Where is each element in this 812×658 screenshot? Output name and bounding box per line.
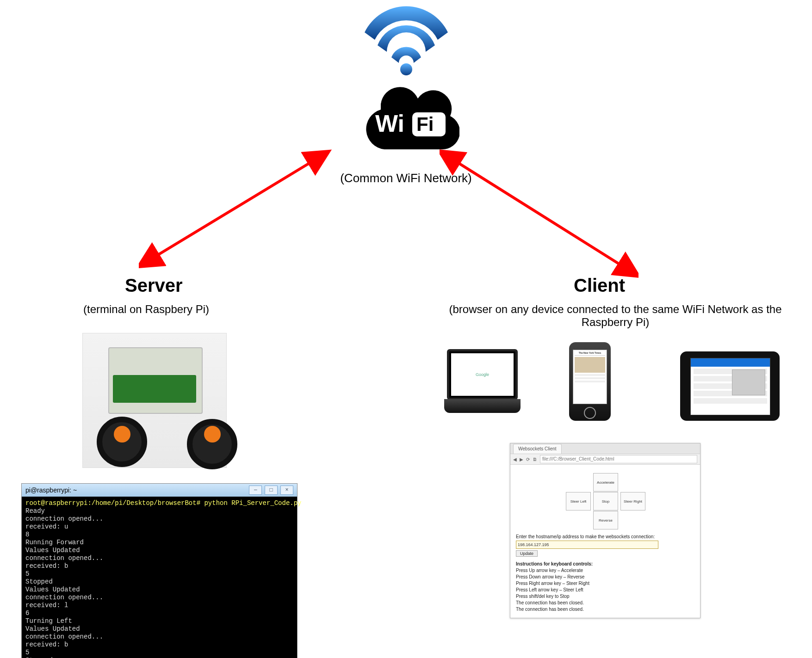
client-title: Client xyxy=(574,275,625,296)
terminal-title: pi@raspberrypi: ~ xyxy=(25,486,77,494)
instruction-line: Press Left arrow key – Steer Left xyxy=(516,587,694,592)
terminal-output: root@raspberrypi:/home/pi/Desktop/browse… xyxy=(22,497,297,658)
back-icon[interactable]: ◀ xyxy=(513,457,517,462)
instruction-line: The connection has been closed. xyxy=(516,607,694,612)
browser-tab[interactable]: Websockets Client xyxy=(513,444,562,454)
accelerate-button[interactable]: Accelerate xyxy=(593,473,618,492)
steer-right-button[interactable]: Steer Right xyxy=(620,492,645,510)
arrow-client-icon xyxy=(440,149,638,278)
ip-prompt: Enter the hostname/ip address to make th… xyxy=(516,534,694,539)
phone-home-icon xyxy=(584,407,596,419)
client-subtitle: (browser on any device connected to the … xyxy=(426,303,805,329)
update-button[interactable]: Update xyxy=(516,550,538,557)
laptop-screen-text: Google xyxy=(451,353,514,396)
terminal-window: pi@raspberrypi: ~ – □ × root@raspberrypi… xyxy=(21,483,298,658)
instruction-line: Press Up arrow key – Accelerate xyxy=(516,568,694,573)
maximize-icon[interactable]: □ xyxy=(265,486,278,495)
minimize-icon[interactable]: – xyxy=(249,486,262,495)
svg-line-4 xyxy=(157,163,310,255)
terminal-titlebar: pi@raspberrypi: ~ – □ × xyxy=(22,484,297,497)
svg-text:Fi: Fi xyxy=(416,113,434,135)
server-subtitle: (terminal on Raspbery Pi) xyxy=(83,303,209,316)
reverse-button[interactable]: Reverse xyxy=(593,511,618,529)
instruction-line: Press shift/del key to Stop xyxy=(516,594,694,599)
svg-text:Wi: Wi xyxy=(375,110,404,137)
arrow-server-icon xyxy=(139,149,333,274)
forward-icon[interactable]: ▶ xyxy=(520,457,523,462)
browser-toolbar: ◀ ▶ ⟳ 🗎 file:///C:/Browser_Client_Code.h… xyxy=(510,454,700,465)
wifi-signal-icon xyxy=(355,4,457,75)
instructions-list: Press Up arrow key – AcceleratePress Dow… xyxy=(516,568,694,612)
laptop-icon: Google xyxy=(444,349,521,412)
reload-icon[interactable]: ⟳ xyxy=(526,457,530,462)
close-icon[interactable]: × xyxy=(280,486,293,495)
svg-point-0 xyxy=(400,63,412,75)
wifi-logo-icon: Wi Fi xyxy=(353,86,459,153)
server-title: Server xyxy=(125,275,183,296)
window-controls: – □ × xyxy=(248,486,293,495)
browser-tabstrip: Websockets Client xyxy=(510,443,700,454)
page-icon: 🗎 xyxy=(533,457,537,462)
url-field[interactable]: file:///C:/Browser_Client_Code.html xyxy=(540,455,697,463)
instruction-line: The connection has been closed. xyxy=(516,600,694,605)
instructions-title: Instructions for keyboard controls: xyxy=(516,561,694,566)
svg-line-5 xyxy=(458,163,620,264)
phone-header-text: The New York Times xyxy=(575,351,605,356)
stop-button[interactable]: Stop xyxy=(593,492,618,510)
ip-input[interactable] xyxy=(516,541,658,549)
instruction-line: Press Down arrow key – Reverse xyxy=(516,574,694,579)
tablet-icon xyxy=(680,351,780,421)
client-browser-window: Websockets Client ◀ ▶ ⟳ 🗎 file:///C:/Bro… xyxy=(510,443,700,618)
dpad-controls: Accelerate Steer Left Stop Steer Right R… xyxy=(566,473,645,529)
steer-left-button[interactable]: Steer Left xyxy=(566,492,591,510)
phone-icon: The New York Times xyxy=(569,342,611,421)
instruction-line: Press Right arrow key – Steer Right xyxy=(516,581,694,586)
robot-image xyxy=(82,333,227,468)
